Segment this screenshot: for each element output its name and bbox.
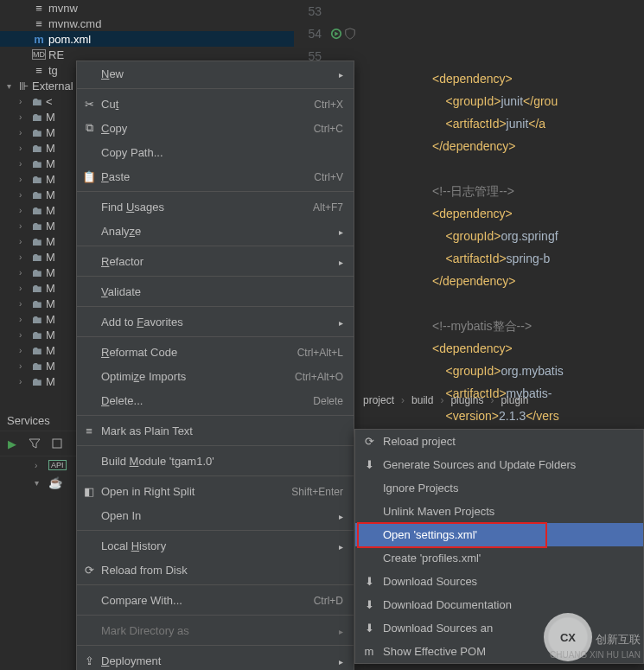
menu-cut[interactable]: ✂CutCtrl+X bbox=[77, 92, 354, 116]
gutter-icon-group[interactable] bbox=[330, 28, 356, 40]
code-line[interactable]: <dependency> bbox=[432, 337, 513, 360]
tree-file-pom-xml[interactable]: mpom.xml bbox=[0, 31, 294, 47]
menu-label: Mark as Plain Text bbox=[101, 424, 193, 437]
lib-label: M bbox=[46, 111, 55, 124]
chevron-right-icon: › bbox=[19, 299, 28, 309]
menu-open-in[interactable]: Open In▸ bbox=[77, 503, 354, 527]
lib-label: M bbox=[46, 251, 55, 264]
code-line[interactable]: <groupId>org.springf bbox=[432, 225, 558, 247]
chevron-right-icon: › bbox=[19, 97, 28, 106]
menu-paste[interactable]: 📋PasteCtrl+V bbox=[77, 164, 354, 188]
submenu-ignore-projects[interactable]: Ignore Projects bbox=[355, 476, 643, 500]
menu-reformat-code[interactable]: Reformat CodeCtrl+Alt+L bbox=[77, 340, 354, 364]
folder-icon: 🖿 bbox=[31, 95, 42, 108]
tree-file-mvnw-cmd[interactable]: ≡mvnw.cmd bbox=[0, 16, 294, 31]
tree-label: mvnw.cmd bbox=[48, 17, 101, 30]
menu-find-usages[interactable]: Find UsagesAlt+F7 bbox=[77, 195, 354, 219]
submenu-download-documentation[interactable]: ⬇Download Documentation bbox=[355, 593, 643, 616]
tree-label: mvnw bbox=[48, 2, 78, 15]
chevron-right-icon: › bbox=[19, 221, 28, 231]
menu-separator bbox=[77, 475, 354, 476]
breadcrumb-sep: › bbox=[401, 394, 405, 406]
submenu-generate-sources-and-update-folders[interactable]: ⬇Generate Sources and Update Folders bbox=[355, 453, 643, 476]
chevron-right-icon: › bbox=[19, 128, 28, 137]
code-line[interactable]: </dependency> bbox=[432, 135, 516, 157]
submenu-open-settings-xml-[interactable]: Open 'settings.xml' bbox=[355, 523, 643, 546]
menu-deployment[interactable]: ⇪Deployment▸ bbox=[77, 648, 354, 670]
submenu-label: Download Documentation bbox=[383, 598, 512, 611]
menu-label: Refactor bbox=[101, 255, 143, 268]
shield-icon bbox=[344, 28, 356, 40]
run-icon[interactable]: ▶ bbox=[5, 437, 19, 450]
menu-shortcut: Ctrl+V bbox=[314, 171, 343, 183]
submenu-reload-project[interactable]: ⟳Reload project bbox=[355, 430, 643, 453]
menu-reload-from-disk[interactable]: ⟳Reload from Disk bbox=[77, 558, 354, 582]
code-line[interactable]: <version>2.1.3</vers bbox=[432, 405, 559, 427]
menu-add-to-favorites[interactable]: Add to Favorites▸ bbox=[77, 309, 354, 334]
filter-icon[interactable] bbox=[28, 437, 41, 450]
submenu-label: Download Sources bbox=[383, 575, 477, 588]
generate-icon: ⬇ bbox=[362, 458, 376, 471]
menu-shortcut: Ctrl+X bbox=[314, 99, 343, 111]
run-target-icon[interactable] bbox=[330, 28, 342, 40]
breadcrumb-item[interactable]: plugins bbox=[450, 394, 483, 406]
menu-delete-[interactable]: Delete...Delete bbox=[77, 388, 354, 412]
code-line[interactable]: <!--mybatis整合--> bbox=[432, 315, 532, 337]
file-icon: ≡ bbox=[33, 17, 45, 30]
menu-label: Delete... bbox=[101, 394, 143, 407]
code-line[interactable]: <!--日志管理--> bbox=[432, 180, 514, 202]
lib-label: M bbox=[46, 329, 55, 341]
menu-validate[interactable]: Validate bbox=[77, 279, 354, 303]
menu-analyze[interactable]: Analyze▸ bbox=[77, 219, 354, 243]
submenu-label: Create 'profiles.xml' bbox=[383, 552, 481, 565]
submenu-create-profiles-xml-[interactable]: Create 'profiles.xml' bbox=[355, 546, 643, 570]
menu-local-history[interactable]: Local History▸ bbox=[77, 533, 354, 558]
breadcrumb-item[interactable]: build bbox=[411, 394, 433, 406]
text-icon: ≡ bbox=[82, 424, 96, 437]
submenu-download-sources[interactable]: ⬇Download Sources bbox=[355, 570, 643, 593]
md-icon: MD bbox=[33, 49, 45, 60]
lib-label: M bbox=[46, 235, 55, 248]
lib-label: M bbox=[46, 375, 55, 388]
menu-compare-with-[interactable]: Compare With...Ctrl+D bbox=[77, 588, 354, 612]
menu-mark-as-plain-text[interactable]: ≡Mark as Plain Text bbox=[77, 418, 354, 443]
menu-shortcut: Ctrl+C bbox=[314, 123, 343, 135]
breadcrumb[interactable]: project›build›plugins›plugin bbox=[363, 394, 528, 406]
code-line[interactable]: </dependency> bbox=[432, 270, 516, 292]
menu-new[interactable]: New▸ bbox=[77, 61, 354, 86]
submenu-arrow-icon: ▸ bbox=[339, 542, 343, 552]
submenu-unlink-maven-projects[interactable]: Unlink Maven Projects bbox=[355, 500, 643, 523]
menu-label: Open In bbox=[101, 509, 141, 522]
menu-optimize-imports[interactable]: Optimize ImportsCtrl+Alt+O bbox=[77, 364, 354, 388]
code-line[interactable]: <artifactId>junit</a bbox=[432, 112, 545, 135]
menu-label: Copy bbox=[101, 122, 127, 135]
menu-refactor[interactable]: Refactor▸ bbox=[77, 249, 354, 273]
folder-icon: 🖿 bbox=[31, 126, 42, 139]
chevron-right-icon: › bbox=[19, 206, 28, 215]
breadcrumb-item[interactable]: plugin bbox=[501, 394, 528, 406]
folder-icon: 🖿 bbox=[31, 344, 42, 357]
chevron-right-icon: › bbox=[19, 190, 28, 200]
folder-icon: 🖿 bbox=[31, 375, 42, 388]
lib-label: < bbox=[46, 95, 53, 108]
code-line[interactable]: <artifactId>spring-b bbox=[432, 247, 550, 270]
code-line[interactable]: <groupId>org.mybatis bbox=[432, 360, 564, 382]
menu-copy-path-[interactable]: Copy Path... bbox=[77, 140, 354, 164]
submenu-label: Generate Sources and Update Folders bbox=[383, 458, 576, 471]
code-line[interactable]: <dependency> bbox=[432, 202, 513, 225]
menu-build-module-tgam1-0-[interactable]: Build Module 'tgam1.0' bbox=[77, 449, 354, 473]
lib-label: M bbox=[46, 266, 55, 279]
menu-copy[interactable]: ⧉CopyCtrl+C bbox=[77, 116, 354, 140]
menu-shortcut: Ctrl+D bbox=[314, 595, 343, 607]
submenu-label: Download Sources an bbox=[383, 622, 493, 635]
menu-open-in-right-split[interactable]: ◧Open in Right SplitShift+Enter bbox=[77, 479, 354, 503]
expand-icon[interactable] bbox=[50, 437, 64, 450]
tree-file-mvnw[interactable]: ≡mvnw bbox=[0, 0, 294, 16]
code-line[interactable]: <dependency> bbox=[432, 67, 513, 90]
menu-mark-directory-as: Mark Directory as▸ bbox=[77, 618, 354, 642]
code-line[interactable]: <groupId>junit</grou bbox=[432, 90, 558, 112]
menu-label: Validate bbox=[101, 285, 141, 298]
bean-icon: ☕ bbox=[48, 476, 62, 489]
menu-separator bbox=[77, 306, 354, 307]
breadcrumb-item[interactable]: project bbox=[363, 394, 394, 406]
